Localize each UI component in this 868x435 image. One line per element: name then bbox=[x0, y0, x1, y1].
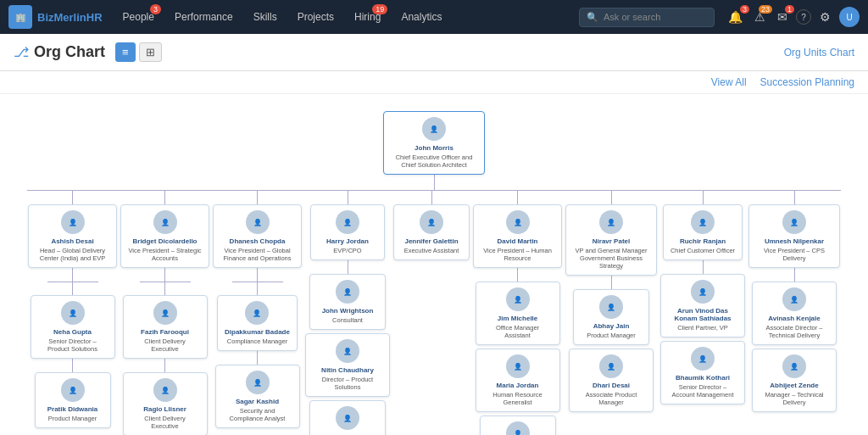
org-card-pratik-didwania[interactable]: 👤 Pratik Didwania Product Manager bbox=[35, 372, 111, 428]
org-card-dipakkumar[interactable]: 👤 Dipakkumar Badade Compliance Manager bbox=[217, 295, 298, 351]
ruchir-children: 👤 Arun Vinod Das Konam Sathiadas Client … bbox=[660, 274, 745, 404]
org-card-umnesh[interactable]: 👤 Umnesh Nilpenkar Vice President – CPS … bbox=[748, 204, 840, 268]
org-card-bhaumik[interactable]: 👤 Bhaumik Kothari Senior Director – Acco… bbox=[660, 341, 745, 404]
hierarchy-view-button[interactable]: ⊞ bbox=[139, 42, 162, 62]
org-card-bridget[interactable]: 👤 Bridget Dicolardello Vice President – … bbox=[120, 204, 209, 268]
col-dhanesh: 👤 Dhanesh Chopda Vice President – Global… bbox=[213, 191, 302, 428]
org-card-neha-gupta[interactable]: 👤 Neha Gupta Senior Director – Product S… bbox=[31, 295, 115, 359]
org-card-jennifer[interactable]: 👤 Jennifer Galettin Executive Assistant bbox=[393, 204, 470, 260]
col-niravr: 👤 Niravr Patel VP and General Manager Go… bbox=[565, 191, 657, 412]
org-card-abhay-jain[interactable]: 👤 Abhay Jain Product Manager bbox=[573, 289, 649, 345]
col-ashish-desai: 👤 Ashish Desai Head – Global Delivery Ce… bbox=[28, 191, 117, 428]
org-card-gaurav[interactable]: 👤 Gaurav Sharma Associate bbox=[309, 400, 386, 435]
bridget-children: 👤 Fazih Farooqui Client Delivery Executi… bbox=[123, 282, 208, 435]
org-chart-container: 👤 John Morris Chief Executive Officer an… bbox=[8, 111, 860, 435]
org-card-abhijeet[interactable]: 👤 Abhijeet Zende Manager – Technical Del… bbox=[752, 349, 837, 412]
avatar-root: 👤 bbox=[422, 117, 446, 141]
org-units-link[interactable]: Org Units Chart bbox=[784, 47, 854, 59]
name-root: John Morris bbox=[391, 144, 477, 152]
h-connector-l1 bbox=[27, 190, 841, 191]
view-all-link[interactable]: View All bbox=[711, 76, 747, 88]
org-card-john-wrightson[interactable]: 👤 John Wrightson Consultant bbox=[309, 274, 386, 330]
org-card-fatema[interactable]: 👤 Fatema Dhanket Retained Recruiter bbox=[480, 415, 556, 435]
search-bar[interactable]: 🔍 Ask or search bbox=[579, 8, 715, 27]
list-view-button[interactable]: ≡ bbox=[115, 42, 136, 62]
org-card-avinash[interactable]: 👤 Avinash Kenjale Associate Director – T… bbox=[752, 282, 837, 345]
david-children: 👤 Jim Michelle Office Manager Assistant … bbox=[476, 282, 560, 435]
page-title: Org Chart bbox=[34, 43, 105, 61]
nav-people[interactable]: People 3 bbox=[114, 0, 163, 34]
level1-row: 👤 Ashish Desai Head – Global Delivery Ce… bbox=[19, 191, 849, 435]
nav-icon-group: 🔔3 ⚠23 ✉1 ? ⚙ U bbox=[725, 7, 860, 27]
umnesh-children: 👤 Avinash Kenjale Associate Director – T… bbox=[752, 282, 837, 412]
harry-children: 👤 John Wrightson Consultant 👤 Nitin Chau… bbox=[305, 274, 390, 435]
logo-main: BizMerlin bbox=[37, 11, 86, 24]
user-avatar[interactable]: U bbox=[839, 7, 860, 27]
org-card-dhanesh[interactable]: 👤 Dhanesh Chopda Vice President – Global… bbox=[213, 204, 302, 268]
org-card-ruchir[interactable]: 👤 Ruchir Ranjan Chief Customer Officer bbox=[663, 204, 743, 260]
org-chart-icon: ⎇ bbox=[14, 44, 29, 60]
help-button[interactable]: ? bbox=[796, 9, 811, 25]
col-umnesh: 👤 Umnesh Nilpenkar Vice President – CPS … bbox=[748, 191, 840, 412]
org-card-harry[interactable]: 👤 Harry Jordan EVP/CPO bbox=[310, 204, 385, 260]
alert-button[interactable]: ⚠23 bbox=[751, 8, 769, 25]
org-card-sagar[interactable]: 👤 Sagar Kashid Security and Compliance A… bbox=[215, 365, 300, 428]
org-card-niravr[interactable]: 👤 Niravr Patel VP and General Manager Go… bbox=[565, 204, 657, 276]
bell-button[interactable]: 🔔3 bbox=[725, 8, 746, 25]
org-card-root[interactable]: 👤 John Morris Chief Executive Officer an… bbox=[383, 111, 485, 175]
nav-performance[interactable]: Performance bbox=[166, 0, 242, 34]
settings-button[interactable]: ⚙ bbox=[816, 8, 834, 25]
toolbar: View All Succession Planning bbox=[0, 71, 868, 94]
org-card-ashish-desai[interactable]: 👤 Ashish Desai Head – Global Delivery Ce… bbox=[28, 204, 117, 268]
org-card-ragio[interactable]: 👤 Ragio Llisner Client Delivery Executiv… bbox=[123, 372, 208, 435]
logo-accent: HR bbox=[86, 11, 103, 24]
col-harry: 👤 Harry Jordan EVP/CPO 👤 John Wrightson … bbox=[305, 191, 390, 435]
ashish-children: 👤 Neha Gupta Senior Director – Product S… bbox=[31, 282, 115, 428]
org-card-nitin[interactable]: 👤 Nitin Chaudhary Director – Product Sol… bbox=[305, 333, 390, 397]
org-card-jim[interactable]: 👤 Jim Michelle Office Manager Assistant bbox=[476, 282, 560, 345]
subheader: ⎇ Org Chart ≡ ⊞ Org Units Chart bbox=[0, 34, 868, 71]
search-icon: 🔍 bbox=[587, 12, 598, 23]
logo-text: BizMerlinHR bbox=[37, 11, 103, 24]
dhanesh-children: 👤 Dipakkumar Badade Compliance Manager 👤… bbox=[215, 282, 300, 428]
main-content: 👤 John Morris Chief Executive Officer an… bbox=[0, 94, 868, 435]
title-root: Chief Executive Officer and Chief Soluti… bbox=[391, 153, 477, 169]
org-card-arun[interactable]: 👤 Arun Vinod Das Konam Sathiadas Client … bbox=[660, 274, 745, 337]
nav-projects[interactable]: Projects bbox=[289, 0, 342, 34]
nav-analytics[interactable]: Analytics bbox=[392, 0, 450, 34]
col-jennifer: 👤 Jennifer Galettin Executive Assistant bbox=[393, 191, 470, 260]
org-card-fazih[interactable]: 👤 Fazih Farooqui Client Delivery Executi… bbox=[123, 295, 208, 359]
view-toggle: ≡ ⊞ bbox=[115, 42, 162, 62]
org-card-david[interactable]: 👤 David Martin Vice President – Human Re… bbox=[473, 204, 562, 268]
succession-planning-link[interactable]: Succession Planning bbox=[760, 76, 854, 88]
org-card-maria[interactable]: 👤 Maria Jordan Human Resource Generalist bbox=[476, 349, 560, 412]
org-card-dhari[interactable]: 👤 Dhari Desai Associate Product Manager bbox=[569, 349, 654, 412]
logo[interactable]: 🏢 BizMerlinHR bbox=[8, 5, 103, 29]
mail-button[interactable]: ✉1 bbox=[774, 8, 791, 25]
nav-skills[interactable]: Skills bbox=[245, 0, 286, 34]
col-david: 👤 David Martin Vice President – Human Re… bbox=[473, 191, 562, 435]
niravr-children: 👤 Abhay Jain Product Manager 👤 Dhari Des… bbox=[569, 289, 654, 412]
nav-hiring[interactable]: Hiring 19 bbox=[346, 0, 389, 34]
col-ruchir: 👤 Ruchir Ranjan Chief Customer Officer 👤… bbox=[660, 191, 745, 404]
col-bridget: 👤 Bridget Dicolardello Vice President – … bbox=[120, 191, 209, 435]
logo-icon: 🏢 bbox=[8, 5, 32, 29]
top-navigation: 🏢 BizMerlinHR People 3 Performance Skill… bbox=[0, 0, 868, 34]
connector-root-down bbox=[434, 175, 435, 190]
